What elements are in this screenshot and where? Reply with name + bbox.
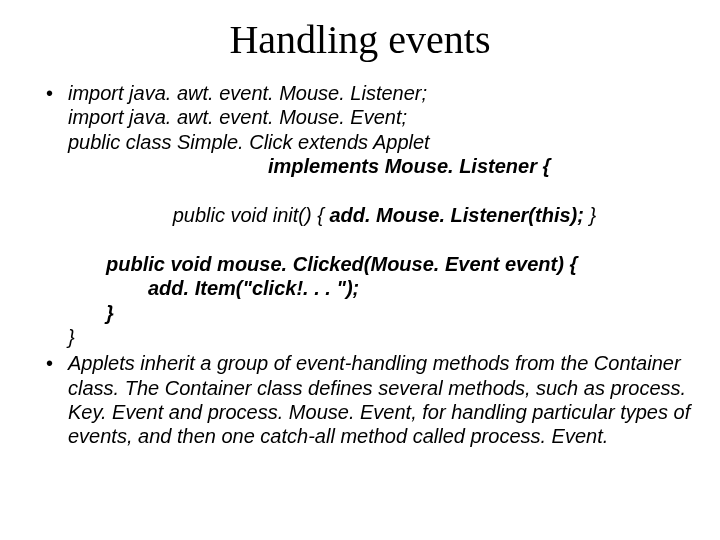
code-fragment: add. Mouse. Listener(this); — [329, 204, 583, 226]
code-block: import java. awt. event. Mouse. Listener… — [68, 81, 692, 349]
slide-body: import java. awt. event. Mouse. Listener… — [28, 81, 692, 449]
slide: Handling events import java. awt. event.… — [0, 0, 720, 540]
code-line: } — [68, 325, 692, 349]
code-line: public void init() { add. Mouse. Listene… — [68, 179, 692, 252]
code-line: } — [68, 301, 692, 325]
code-fragment: } — [584, 204, 596, 226]
bullet-code: import java. awt. event. Mouse. Listener… — [46, 81, 692, 349]
code-fragment: public void init() { — [173, 204, 330, 226]
code-line: add. Item("click!. . . "); — [68, 276, 692, 300]
paragraph: Applets inherit a group of event-handlin… — [68, 352, 690, 447]
code-line: public class Simple. Click extends Apple… — [68, 130, 692, 154]
code-line: implements Mouse. Listener { — [68, 154, 692, 178]
bullet-text: Applets inherit a group of event-handlin… — [46, 351, 692, 449]
code-line: import java. awt. event. Mouse. Event; — [68, 105, 692, 129]
code-line: public void mouse. Clicked(Mouse. Event … — [68, 252, 692, 276]
bullet-list: import java. awt. event. Mouse. Listener… — [28, 81, 692, 449]
slide-title: Handling events — [28, 16, 692, 63]
code-line: import java. awt. event. Mouse. Listener… — [68, 81, 692, 105]
